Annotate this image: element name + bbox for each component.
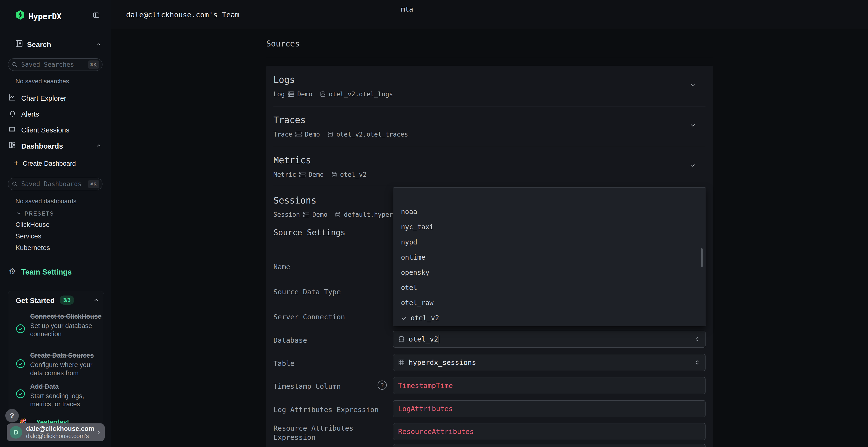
get-started-item-title: Connect to ClickHouse xyxy=(30,312,102,321)
table-grid-icon xyxy=(398,359,405,366)
dropdown-option[interactable]: otel xyxy=(401,284,417,291)
source-type: Session xyxy=(273,211,300,218)
get-started-item-title: Add Data xyxy=(30,382,102,391)
sources-heading: Sources xyxy=(266,39,300,48)
table-value: hyperdx_sessions xyxy=(409,358,476,367)
text-cursor xyxy=(439,335,439,343)
get-started-item[interactable]: Connect to ClickHouse Set up your databa… xyxy=(30,312,102,338)
dropdown-option[interactable]: ontime xyxy=(401,253,425,261)
chevron-up-icon[interactable] xyxy=(93,297,99,303)
chevron-up-icon[interactable] xyxy=(95,41,102,48)
hyperdx-logo-icon xyxy=(15,9,26,21)
sidebar-section-search[interactable]: Search xyxy=(27,40,51,49)
label-database: Database xyxy=(273,336,307,345)
source-settings-heading: Source Settings xyxy=(273,228,345,237)
log-attributes-input[interactable]: LogAttributes xyxy=(393,400,706,417)
chevron-down-icon[interactable] xyxy=(16,210,22,216)
get-started-item-desc: Start sending logs, metrics, or traces xyxy=(30,392,102,409)
label-server-connection: Server Connection xyxy=(273,313,345,322)
dropdown-option[interactable]: otel_raw xyxy=(401,299,434,307)
preset-services[interactable]: Services xyxy=(16,232,41,240)
select-stepper-icon[interactable] xyxy=(694,336,701,342)
saved-dashboards-placeholder: Saved Dashboards xyxy=(21,180,88,187)
get-started-progress-badge: 3/3 xyxy=(60,296,74,305)
source-type: Trace xyxy=(273,131,292,138)
database-input[interactable]: otel_v2 xyxy=(393,331,706,347)
check-circle-icon xyxy=(16,359,25,369)
source-card-title-logs: Logs xyxy=(273,75,295,85)
preset-clickhouse[interactable]: ClickHouse xyxy=(16,221,50,229)
saved-searches-placeholder: Saved Searches xyxy=(21,61,88,68)
connection-name: Demo xyxy=(305,131,320,138)
table-name: otel_v2 xyxy=(340,171,367,178)
no-saved-searches-text: No saved searches xyxy=(16,77,69,85)
chevron-down-icon[interactable] xyxy=(689,81,696,89)
saved-dashboards-input[interactable]: Saved Dashboards ⌘K xyxy=(8,178,102,190)
table-name: otel_v2.otel_traces xyxy=(336,131,408,138)
user-team-name: dale@clickhouse.com's xyxy=(26,433,95,440)
source-card-title-traces: Traces xyxy=(273,115,306,125)
dropdown-option[interactable]: mta xyxy=(401,5,413,13)
select-stepper-icon[interactable] xyxy=(694,359,701,366)
dropdown-option[interactable]: nyc_taxi xyxy=(401,223,434,231)
source-type: Metric xyxy=(273,171,296,178)
team-settings-link[interactable]: Team Settings xyxy=(21,268,72,276)
dropdown-scrollbar[interactable] xyxy=(701,248,703,267)
avatar: D xyxy=(10,426,22,439)
journal-icon xyxy=(15,39,23,48)
shortcut-badge: ⌘K xyxy=(88,180,99,188)
label-table: Table xyxy=(273,359,294,368)
dropdown-option-selected[interactable]: otel_v2 xyxy=(401,314,439,322)
presets-group-label[interactable]: PRESETS xyxy=(25,210,54,217)
alerts-bell-icon xyxy=(9,110,17,117)
sidebar-item-client-sessions[interactable]: Client Sessions xyxy=(21,126,69,134)
search-icon xyxy=(11,61,18,68)
gear-icon: ⚙ xyxy=(9,266,16,276)
sidebar-item-chart-explorer[interactable]: Chart Explorer xyxy=(21,94,66,102)
resource-attributes-input[interactable]: ResourceAttributes xyxy=(393,423,706,440)
get-started-item-title: Create Data Sources xyxy=(30,351,102,360)
source-card-meta: Session Demo default.hyperdx_s xyxy=(273,211,408,218)
chevron-down-icon[interactable] xyxy=(689,122,696,129)
brand-name: HyperDX xyxy=(28,11,61,21)
user-menu[interactable]: D dale@clickhouse.com dale@clickhouse.co… xyxy=(7,423,105,441)
chevron-down-icon[interactable] xyxy=(689,162,696,169)
database-dropdown: mta noaa nyc_taxi nypd ontime opensky ot… xyxy=(393,187,706,326)
database-icon xyxy=(331,171,337,178)
get-started-item[interactable]: Add Data Start sending logs, metrics, or… xyxy=(30,382,102,409)
dropdown-option[interactable]: opensky xyxy=(401,269,429,276)
dropdown-option[interactable]: noaa xyxy=(401,208,417,216)
preset-kubernetes[interactable]: Kubernetes xyxy=(16,244,50,252)
source-card-meta: Trace Demo otel_v2.otel_traces xyxy=(273,131,408,138)
database-icon xyxy=(327,131,334,138)
database-icon xyxy=(398,336,405,342)
sidebar-item-dashboards[interactable]: Dashboards xyxy=(21,142,63,150)
dropdown-option[interactable]: nypd xyxy=(401,238,417,246)
label-log-attributes-expression: Log Attributes Expression xyxy=(273,405,379,414)
search-icon xyxy=(11,181,18,187)
chevron-up-icon[interactable] xyxy=(95,143,102,149)
table-input[interactable]: hyperdx_sessions xyxy=(393,354,706,371)
server-icon xyxy=(303,211,310,218)
sidebar-toggle-icon[interactable] xyxy=(93,11,100,19)
server-icon xyxy=(288,91,294,98)
no-saved-dashboards-text: No saved dashboards xyxy=(16,198,76,205)
server-icon xyxy=(299,171,306,178)
saved-searches-input[interactable]: Saved Searches ⌘K xyxy=(8,58,102,71)
timestamp-column-input[interactable]: TimestampTime xyxy=(393,377,706,394)
sidebar-item-alerts[interactable]: Alerts xyxy=(21,110,39,118)
plus-icon: + xyxy=(14,159,19,167)
help-button[interactable]: ? xyxy=(5,409,19,422)
get-started-item-desc: Configure where your data comes from xyxy=(30,361,102,377)
create-dashboard-button[interactable]: Create Dashboard xyxy=(23,160,76,167)
timestamp-column-value: TimestampTime xyxy=(398,381,453,390)
chart-explorer-icon xyxy=(8,94,16,101)
connection-name: Demo xyxy=(297,91,312,98)
get-started-item[interactable]: Create Data Sources Configure where your… xyxy=(30,351,102,377)
check-icon xyxy=(401,315,407,321)
check-circle-icon xyxy=(16,324,25,334)
database-icon xyxy=(335,211,341,218)
help-tooltip-icon[interactable]: ? xyxy=(378,381,387,390)
shortcut-badge: ⌘K xyxy=(88,61,99,69)
clipped-input[interactable] xyxy=(393,444,706,447)
